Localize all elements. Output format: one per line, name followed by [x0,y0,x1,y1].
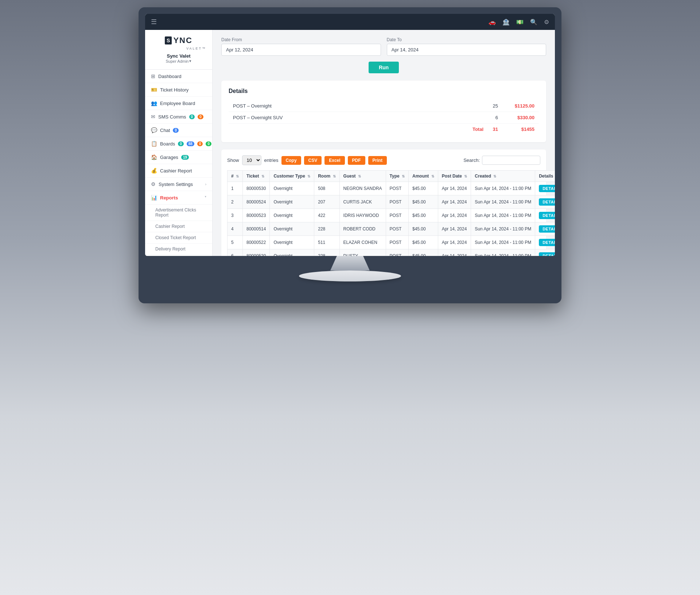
sidebar-item-cashier-report[interactable]: 💰 Cashier Report [145,164,212,178]
cell-created: Sun Apr 14, 2024 - 11:00 PM [471,222,535,236]
cell-customer-type: Overnight [270,249,314,256]
cell-customer-type: Overnight [270,182,314,195]
ticket-icon: 🎫 [151,87,157,93]
date-to-group: Date To [387,37,547,56]
search-label: Search: [463,158,480,163]
sub-item-delivery-report[interactable]: Delivery Report [145,244,212,255]
cell-amount: $45.00 [409,222,438,236]
details-table: POST – Overnight 25 $1125.00 POST – Over… [229,100,539,135]
cell-room: 511 [314,236,339,249]
cell-details: DETAILS [535,182,555,195]
cell-room: 228 [314,249,339,256]
sidebar-item-boards[interactable]: 📋 Boards 0 88 0 0 [145,137,212,151]
cell-ticket: 80000520 [243,249,270,256]
details-button[interactable]: DETAILS [539,185,555,192]
cell-type: POST [386,249,408,256]
garage-icon: 🏠 [151,154,157,160]
cell-created: Sun Apr 14, 2024 - 11:00 PM [471,182,535,195]
col-ticket[interactable]: Ticket ⇅ [243,171,270,182]
cell-post-date: Apr 14, 2024 [438,209,471,222]
settings-icon[interactable]: ⚙ [544,19,549,26]
menu-icon[interactable]: ☰ [151,18,157,26]
date-to-label: Date To [387,37,547,42]
cell-num: 6 [228,249,243,256]
sidebar-item-system-settings[interactable]: ⚙ System Settings › [145,178,212,191]
badge-chat: 0 [173,128,179,133]
details-button[interactable]: DETAILS [539,225,555,233]
details-button[interactable]: DETAILS [539,198,555,206]
sub-item-cashier-report[interactable]: Cashier Report [145,221,212,232]
table-section: Show 10 25 50 entries Copy CSV Excel PDF… [221,149,546,256]
excel-button[interactable]: Excel [324,156,345,165]
badge-sms-2: 0 [198,114,203,119]
sidebar: S YNC VALET™ Sync Valet Super Admin ▾ ⊞ [145,30,213,256]
top-bar: ☰ 🚗 🏦 💵 🔍 ⚙ [145,14,555,30]
date-from-input[interactable] [221,44,381,56]
table-row: 2 80000524 Overnight 207 CURTIS JACK POS… [228,195,555,209]
cell-created: Sun Apr 14, 2024 - 11:00 PM [471,249,535,256]
badge-boards-2: 88 [187,141,194,146]
col-room[interactable]: Room ⇅ [314,171,339,182]
sidebar-item-dashboard[interactable]: ⊞ Dashboard [145,70,212,83]
cell-amount: $45.00 [409,195,438,209]
sub-item-advertisement-clicks[interactable]: Advertisement Clicks Report [145,205,212,221]
sub-item-email-report[interactable]: E-mail Report [145,255,212,256]
logo-text: YNC [173,36,192,45]
details-button[interactable]: DETAILS [539,239,555,246]
cell-room: 422 [314,209,339,222]
col-customer-type[interactable]: Customer Type ⇅ [270,171,314,182]
col-created[interactable]: Created ⇅ [471,171,535,182]
cell-created: Sun Apr 14, 2024 - 11:00 PM [471,236,535,249]
print-button[interactable]: Print [368,156,387,165]
car-icon[interactable]: 🚗 [489,19,496,26]
user-name: Sync Valet [151,53,206,59]
sidebar-item-label: Employee Board [160,101,195,106]
sidebar-item-chat[interactable]: 💬 Chat 0 [145,124,212,137]
details-row: POST – Overnight 25 $1125.00 [229,100,539,112]
col-guest[interactable]: Guest ⇅ [339,171,386,182]
money-icon[interactable]: 💵 [516,19,524,26]
details-button[interactable]: DETAILS [539,212,555,219]
cell-num: 4 [228,222,243,236]
date-from-group: Date From [221,37,381,56]
col-amount[interactable]: Amount ⇅ [409,171,438,182]
search-input[interactable] [482,156,540,165]
table-row: 3 80000523 Overnight 422 IDRIS HAYWOOD P… [228,209,555,222]
cell-guest: CURTIS JACK [339,195,386,209]
csv-button[interactable]: CSV [304,156,322,165]
details-total-row: Total 31 $1455 [229,124,539,135]
copy-button[interactable]: Copy [281,156,301,165]
sidebar-item-label: SMS Comms [158,114,186,120]
building-icon[interactable]: 🏦 [502,19,510,26]
badge-garages: 19 [181,155,189,160]
col-details[interactable]: Details ⇅ [535,171,555,182]
sidebar-item-sms-comms[interactable]: ✉ SMS Comms 0 0 [145,110,212,124]
cell-type: POST [386,222,408,236]
cell-ticket: 80000530 [243,182,270,195]
col-num[interactable]: # ⇅ [228,171,243,182]
col-type[interactable]: Type ⇅ [386,171,408,182]
filter-row: Date From Date To [221,37,546,56]
sidebar-item-label: System Settings [159,182,193,187]
stand-base [299,271,401,281]
sidebar-item-reports[interactable]: 📊 Reports ˅ [145,191,212,205]
sub-item-closed-ticket[interactable]: Closed Ticket Report [145,232,212,244]
col-post-date[interactable]: Post Date ⇅ [438,171,471,182]
sidebar-item-garages[interactable]: 🏠 Garages 19 [145,151,212,164]
details-button[interactable]: DETAILS [539,252,555,256]
run-button[interactable]: Run [369,62,399,73]
cell-customer-type: Overnight [270,222,314,236]
cell-ticket: 80000524 [243,195,270,209]
pdf-button[interactable]: PDF [348,156,365,165]
sidebar-item-ticket-history[interactable]: 🎫 Ticket History [145,83,212,97]
show-select[interactable]: 10 25 50 [242,155,261,165]
table-row: 4 80000514 Overnight 228 ROBERT CODD POS… [228,222,555,236]
sidebar-item-employee-board[interactable]: 👥 Employee Board [145,97,212,110]
reports-submenu: Advertisement Clicks Report Cashier Repo… [145,205,212,256]
cell-amount: $45.00 [409,249,438,256]
date-to-input[interactable] [387,44,547,56]
cell-customer-type: Overnight [270,209,314,222]
cell-post-date: Apr 14, 2024 [438,249,471,256]
table-row: 5 80000522 Overnight 511 ELAZAR COHEN PO… [228,236,555,249]
search-icon[interactable]: 🔍 [530,19,537,26]
